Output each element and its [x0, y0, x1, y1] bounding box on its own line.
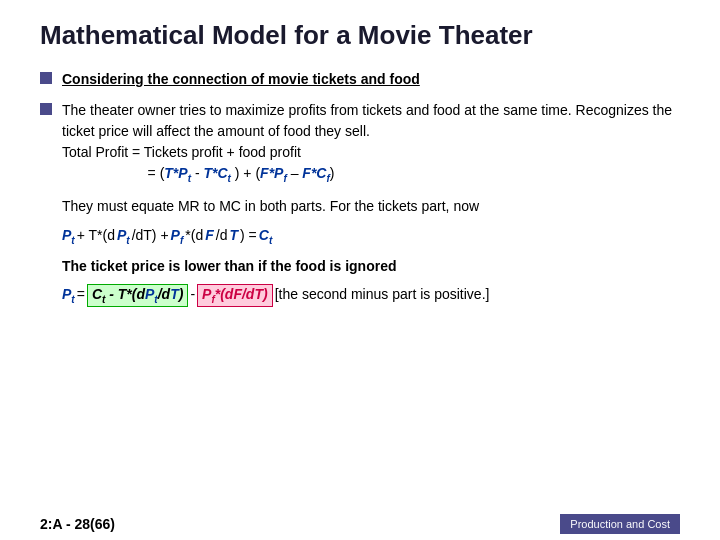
- formula1-dPt: Pt: [117, 227, 130, 246]
- bullet-1-text: Considering the connection of movie tick…: [62, 69, 680, 90]
- T-Ct: T*Ct: [203, 165, 230, 181]
- page: Mathematical Model for a Movie Theater C…: [0, 0, 720, 540]
- equation-line: = (T*Pt - T*Ct ) + (F*Pf – F*Cf): [62, 165, 335, 181]
- bullet-1-icon: [40, 72, 52, 84]
- formula2-eq: =: [77, 286, 85, 302]
- bullet-2-icon: [40, 103, 52, 115]
- formula1-Ct: Ct: [259, 227, 272, 246]
- footer-section: Production and Cost: [560, 514, 680, 534]
- F-Cf: F*Cf: [302, 165, 329, 181]
- footer-page: 2:A - 28(66): [40, 516, 115, 532]
- formula1-T: T: [229, 227, 238, 243]
- formula2-green: Ct - T*(dPt/dT): [87, 284, 189, 307]
- bullet-1-row: Considering the connection of movie tick…: [40, 69, 680, 90]
- formula1-plus: + T*(d: [77, 227, 115, 243]
- total-profit-label: Total Profit = Tickets profit + food pro…: [62, 144, 301, 160]
- formula-1-line: Pt + T*(dPt/dT) + Pf*(dF/dT) = Ct: [62, 227, 680, 246]
- dash-sign: –: [291, 165, 303, 181]
- bullet-1-label: Considering the connection of movie tick…: [62, 71, 420, 87]
- formula1-dT2: /d: [216, 227, 228, 243]
- formula2-minus: -: [190, 286, 195, 302]
- formula2-pink: Pf*(dF/dT): [197, 284, 273, 307]
- formula1-F: F: [205, 227, 214, 243]
- T-star: T*Pt: [164, 165, 191, 181]
- formula2-Pt: Pt: [62, 286, 75, 305]
- formula1-Pt: Pt: [62, 227, 75, 246]
- formula1-dFdT: *(d: [185, 227, 203, 243]
- bullet-2-para1: The theater owner tries to maximize prof…: [62, 102, 672, 139]
- formula1-Pf: Pf: [171, 227, 184, 246]
- bullet-2-row: The theater owner tries to maximize prof…: [40, 100, 680, 186]
- mr-mc-text: They must equate MR to MC in both parts.…: [62, 196, 680, 217]
- formula1-dT1: /dT) +: [132, 227, 169, 243]
- formula1-close: ) =: [240, 227, 257, 243]
- formula-2-line: Pt = Ct - T*(dPt/dT) - Pf*(dF/dT) [the s…: [62, 284, 680, 307]
- bold-statement: The ticket price is lower than if the fo…: [62, 258, 680, 274]
- F-Pf: F*Pf: [260, 165, 287, 181]
- formula2-rest: [the second minus part is positive.]: [275, 286, 490, 302]
- page-title: Mathematical Model for a Movie Theater: [40, 20, 680, 51]
- footer: 2:A - 28(66) Production and Cost: [0, 508, 720, 540]
- bullet-2-content: The theater owner tries to maximize prof…: [62, 100, 680, 186]
